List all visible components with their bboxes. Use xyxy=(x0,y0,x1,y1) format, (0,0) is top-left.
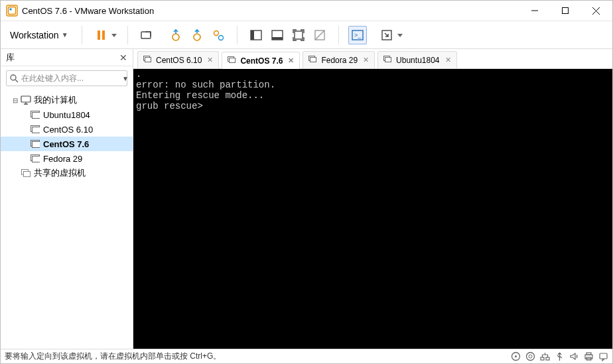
vm-icon xyxy=(383,56,393,65)
disk-icon[interactable] xyxy=(510,351,521,362)
svg-rect-7 xyxy=(98,30,100,40)
app-icon xyxy=(6,5,18,17)
printer-icon[interactable] xyxy=(583,351,594,362)
statusbar-text: 要将输入定向到该虚拟机，请在虚拟机内部单击或按 Ctrl+G。 xyxy=(5,351,510,362)
tree-label: Fedora 29 xyxy=(43,154,82,164)
console-view-button[interactable]: >_ xyxy=(348,26,367,44)
svg-rect-19 xyxy=(295,31,303,39)
titlebar: CentOS 7.6 - VMware Workstation xyxy=(1,1,612,21)
svg-rect-18 xyxy=(272,37,283,40)
cd-icon[interactable] xyxy=(525,351,535,362)
vm-console[interactable]: . error: no such partition. Entering res… xyxy=(133,69,612,349)
svg-rect-58 xyxy=(600,353,607,359)
send-ctrl-alt-del-button[interactable] xyxy=(137,26,156,44)
collapse-icon[interactable]: ⊟ xyxy=(13,97,21,104)
usb-icon[interactable] xyxy=(554,351,565,362)
vm-icon xyxy=(143,56,153,65)
svg-rect-10 xyxy=(141,32,151,38)
svg-rect-32 xyxy=(33,113,40,119)
tab-label: CentOS 7.6 xyxy=(240,56,283,66)
separator xyxy=(127,26,128,44)
svg-rect-16 xyxy=(251,30,254,40)
svg-rect-34 xyxy=(33,127,40,133)
status-icons xyxy=(510,351,608,362)
workstation-menu[interactable]: Workstation ▼ xyxy=(6,27,72,43)
content-area: CentOS 6.10 ✕ CentOS 7.6 ✕ Fedora 29 ✕ U… xyxy=(133,49,612,349)
unity-mode-button[interactable] xyxy=(310,26,329,44)
statusbar: 要将输入定向到该虚拟机，请在虚拟机内部单击或按 Ctrl+G。 xyxy=(1,349,612,363)
tab-label: Fedora 29 xyxy=(321,56,358,65)
svg-rect-40 xyxy=(24,172,31,177)
svg-line-21 xyxy=(315,30,324,40)
toolbar: Workstation ▼ xyxy=(1,21,612,48)
show-sidebar-button[interactable] xyxy=(247,26,265,44)
svg-point-50 xyxy=(515,355,517,357)
tab-centos610[interactable]: CentOS 6.10 ✕ xyxy=(137,51,219,68)
svg-point-52 xyxy=(529,355,532,358)
separator xyxy=(237,26,238,44)
computer-icon xyxy=(21,95,31,105)
fullscreen-dropdown[interactable] xyxy=(396,26,404,44)
vm-icon xyxy=(308,56,318,65)
svg-marker-9 xyxy=(111,34,117,37)
tab-fedora29[interactable]: Fedora 29 ✕ xyxy=(303,51,375,68)
svg-line-27 xyxy=(15,80,18,82)
sidebar-header: 库 ✕ xyxy=(1,49,133,66)
pause-button[interactable] xyxy=(92,26,110,44)
tree-label: Ubuntu1804 xyxy=(43,110,90,120)
svg-rect-46 xyxy=(310,57,316,62)
separator xyxy=(338,26,339,44)
tab-centos76[interactable]: CentOS 7.6 ✕ xyxy=(222,52,300,69)
window-title: CentOS 7.6 - VMware Workstation xyxy=(22,6,519,16)
tree-my-computer[interactable]: ⊟ 我的计算机 xyxy=(1,93,133,107)
svg-point-12 xyxy=(194,34,200,40)
tab-label: Ubuntu1804 xyxy=(396,56,439,65)
tree-label: 共享的虚拟机 xyxy=(34,167,86,179)
snapshot-button[interactable] xyxy=(167,26,185,44)
vm-icon xyxy=(30,109,40,120)
search-box[interactable]: ▼ xyxy=(6,70,127,86)
revert-snapshot-button[interactable] xyxy=(188,26,206,44)
snapshot-manager-button[interactable] xyxy=(209,26,228,44)
svg-rect-48 xyxy=(385,57,391,62)
close-button[interactable] xyxy=(580,1,611,21)
tab-label: CentOS 6.10 xyxy=(156,56,202,65)
maximize-button[interactable] xyxy=(550,1,580,21)
vm-icon xyxy=(30,153,40,164)
tree-vm-centos76[interactable]: CentOS 7.6 xyxy=(1,137,133,151)
sound-icon[interactable] xyxy=(569,351,579,362)
tab-close-icon[interactable]: ✕ xyxy=(207,56,213,64)
minimize-button[interactable] xyxy=(519,1,550,21)
svg-rect-38 xyxy=(33,156,40,162)
tab-close-icon[interactable]: ✕ xyxy=(288,56,294,65)
svg-rect-36 xyxy=(33,142,40,148)
svg-point-14 xyxy=(218,35,223,40)
svg-rect-53 xyxy=(541,357,544,360)
tab-close-icon[interactable]: ✕ xyxy=(363,56,369,64)
svg-rect-42 xyxy=(145,57,151,62)
network-icon[interactable] xyxy=(539,351,550,362)
tree-vm-centos610[interactable]: CentOS 6.10 xyxy=(1,122,133,137)
fullscreen-button[interactable] xyxy=(377,26,396,44)
fit-guest-button[interactable] xyxy=(289,26,308,44)
tree-label: CentOS 7.6 xyxy=(43,139,89,149)
tree-label: CentOS 6.10 xyxy=(43,125,93,135)
pause-dropdown[interactable] xyxy=(110,26,118,44)
svg-rect-28 xyxy=(21,96,31,102)
library-tree: ⊟ 我的计算机 Ubuntu1804 CentOS 6.10 CentOS xyxy=(1,90,133,349)
messages-icon[interactable] xyxy=(598,351,608,362)
tab-close-icon[interactable]: ✕ xyxy=(445,56,451,64)
shared-icon xyxy=(21,168,31,178)
tree-shared-vms[interactable]: 共享的虚拟机 xyxy=(1,166,133,180)
vm-icon xyxy=(30,124,40,135)
search-dropdown-icon[interactable]: ▼ xyxy=(121,75,130,82)
show-bottom-panel-button[interactable] xyxy=(268,26,287,44)
svg-rect-54 xyxy=(546,357,549,360)
tree-vm-ubuntu1804[interactable]: Ubuntu1804 xyxy=(1,107,133,122)
search-input[interactable] xyxy=(21,74,121,83)
tree-vm-fedora29[interactable]: Fedora 29 xyxy=(1,151,133,166)
sidebar-close-icon[interactable]: ✕ xyxy=(119,52,127,63)
tab-ubuntu1804[interactable]: Ubuntu1804 ✕ xyxy=(377,51,456,68)
svg-rect-8 xyxy=(102,30,105,40)
sidebar-title: 库 xyxy=(6,52,15,64)
